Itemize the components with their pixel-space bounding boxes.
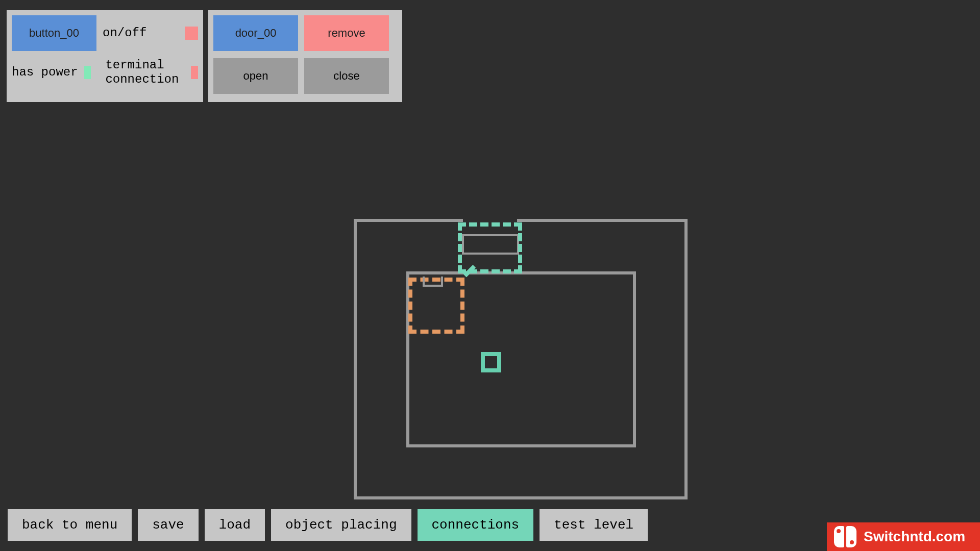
map-object-button[interactable] [423,277,443,287]
switch-logo-icon [834,526,856,547]
door-close-button[interactable]: close [304,58,389,94]
object-chip-button[interactable]: button_00 [12,15,96,51]
prop-onoff-label: on/off [103,26,146,40]
prop-terminal-label: terminal connection [105,58,179,86]
inspector-panel-door: door_00 remove open close [208,10,402,102]
prop-terminal-state-swatch[interactable] [191,66,198,79]
load-button[interactable]: load [205,509,265,541]
prop-power-state-swatch[interactable] [84,66,91,79]
object-chip-door[interactable]: door_00 [213,15,298,51]
save-button[interactable]: save [138,509,198,541]
remove-button[interactable]: remove [304,15,389,51]
test-level-button[interactable]: test level [540,509,648,541]
map-object-player[interactable] [481,352,501,372]
door-open-button[interactable]: open [213,58,298,94]
watermark-text: Switchntd.com [864,529,965,545]
back-to-menu-button[interactable]: back to menu [8,509,132,541]
prop-power-label: has power [12,65,78,80]
editor-toolbar: back to menu save load object placing co… [8,509,648,541]
watermark: Switchntd.com [827,522,980,551]
connections-button[interactable]: connections [418,509,534,541]
prop-onoff-state-swatch[interactable] [185,27,198,40]
object-placing-button[interactable]: object placing [271,509,411,541]
inspector-panel-button: button_00 on/off has power terminal conn… [7,10,203,102]
